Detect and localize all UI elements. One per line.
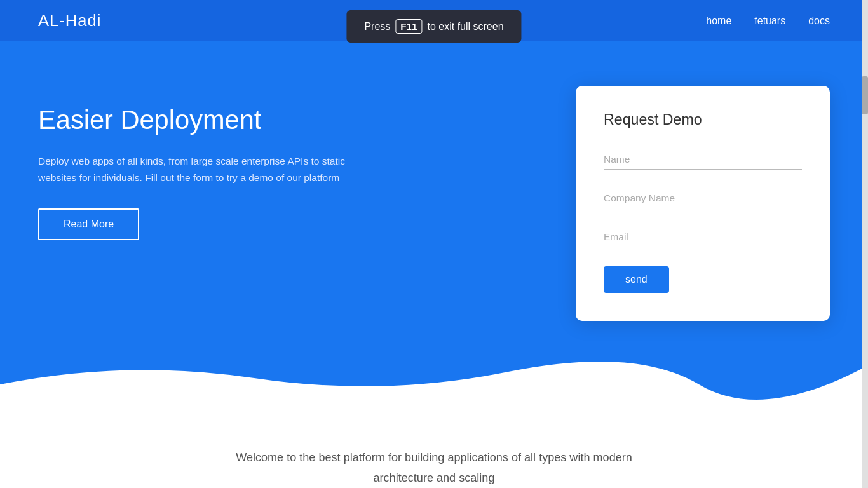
name-input[interactable] bbox=[604, 147, 802, 170]
request-demo-card: Request Demo send bbox=[576, 86, 830, 321]
hero-title: Easier Deployment bbox=[38, 105, 369, 135]
read-more-button[interactable]: Read More bbox=[38, 208, 139, 240]
nav-home[interactable]: home bbox=[706, 15, 731, 27]
toast-key: F11 bbox=[395, 19, 422, 34]
toast-post-text: to exit full screen bbox=[428, 21, 504, 32]
welcome-section: Welcome to the best platform for buildin… bbox=[0, 410, 868, 488]
navbar: AL-Hadi Press F11 to exit full screen ho… bbox=[0, 0, 868, 41]
site-logo: AL-Hadi bbox=[38, 11, 101, 30]
hero-content: Easier Deployment Deploy web apps of all… bbox=[38, 79, 369, 240]
hero-section: Easier Deployment Deploy web apps of all… bbox=[0, 41, 868, 410]
welcome-text: Welcome to the best platform for buildin… bbox=[212, 448, 656, 488]
scrollbar[interactable] bbox=[862, 0, 868, 488]
nav-docs[interactable]: docs bbox=[808, 15, 830, 27]
email-input[interactable] bbox=[604, 225, 802, 247]
scrollbar-thumb[interactable] bbox=[862, 76, 868, 114]
nav-fetuars[interactable]: fetuars bbox=[754, 15, 785, 27]
toast-pre-text: Press bbox=[364, 21, 390, 32]
hero-description: Deploy web apps of all kinds, from large… bbox=[38, 153, 369, 186]
nav-links: home fetuars docs bbox=[706, 15, 830, 27]
send-button[interactable]: send bbox=[604, 266, 669, 293]
fullscreen-toast: Press F11 to exit full screen bbox=[346, 10, 521, 43]
form-title: Request Demo bbox=[604, 111, 802, 128]
hero-wave bbox=[0, 359, 868, 410]
company-name-input[interactable] bbox=[604, 186, 802, 208]
